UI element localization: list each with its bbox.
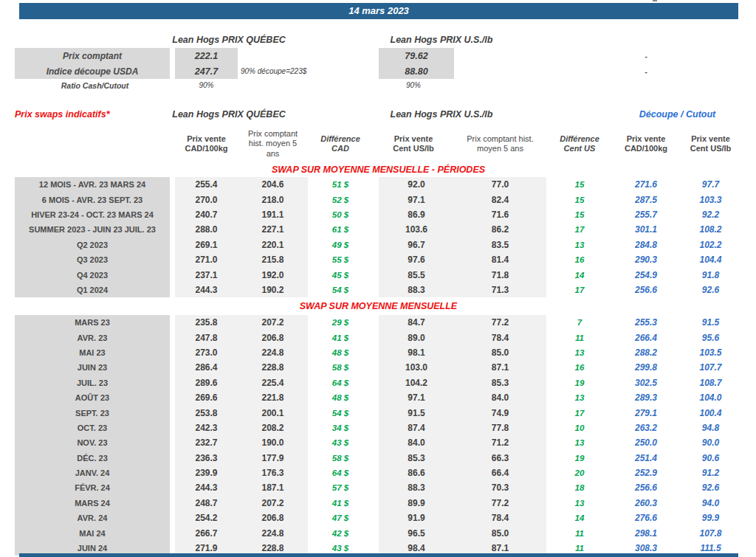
qc-difference: 34 $ — [308, 421, 373, 435]
us-sell-price: 88.3 — [373, 480, 454, 495]
table-row: 6 MOIS - AVR. 23 SEPT. 23 270.0 218.0 52… — [15, 192, 742, 207]
period-label: JUIL. 23 — [15, 376, 175, 390]
spot-quebec-header: Lean Hogs PRIX QUÉBEC — [170, 35, 288, 45]
qc-hist-price: 221.8 — [238, 390, 308, 405]
cutout-sell-price-us: 100.4 — [679, 405, 742, 420]
period-label: SEPT. 23 — [15, 405, 175, 420]
spot-row-ratio: Ratio Cash/Cutout 90% 90% — [15, 79, 742, 91]
us-sell-price: 84.0 — [373, 435, 454, 450]
qc-hist-price: 224.8 — [238, 525, 308, 540]
period-label: AVR. 23 — [15, 330, 175, 345]
spot-row-cash: Prix comptant 222.1 79.62 - — [15, 48, 742, 63]
qc-difference: 64 $ — [308, 376, 373, 390]
cutout-sell-price-us: 107.8 — [679, 525, 742, 540]
cutout-sell-price-cad: 276.6 — [613, 511, 679, 525]
qc-sell-price: 288.0 — [175, 222, 238, 237]
cutout-sell-price-us: 104.0 — [679, 390, 742, 405]
us-hist-price: 66.3 — [454, 451, 546, 466]
us-hist-price: 66.4 — [454, 466, 546, 480]
table-row: AOÛT 23 269.6 221.8 48 $ 97.1 84.0 13 28… — [15, 390, 742, 405]
section1-title: SWAP SUR MOYENNE MENSUELLE - PÉRIODES — [15, 163, 742, 176]
spot-us-ratio: 90% — [373, 79, 454, 91]
qc-hist-price: 191.1 — [238, 207, 308, 222]
us-hist-price: 71.6 — [454, 207, 546, 222]
report-date: 14 mars 2023 — [348, 5, 409, 16]
table-row: AVR. 23 247.8 206.8 41 $ 89.0 78.4 11 26… — [15, 330, 742, 345]
spacer — [613, 79, 679, 91]
period-label: FÉVR. 24 — [15, 480, 175, 495]
us-hist-price: 71.3 — [454, 283, 546, 297]
qc-hist-price: 207.2 — [238, 496, 308, 511]
table-row: JUIN 23 286.4 228.8 58 $ 103.0 87.1 16 2… — [15, 360, 742, 375]
table-row: JANV. 24 239.9 176.3 64 $ 86.6 66.4 20 2… — [15, 466, 742, 480]
table-row: MAI 24 266.7 224.8 42 $ 96.5 85.0 11 298… — [15, 525, 742, 540]
cutout-sell-price-cad: 252.9 — [613, 466, 679, 480]
cutout-sell-price-us: 94.8 — [679, 421, 742, 435]
spot-quebec-ratio: 90% — [175, 79, 238, 91]
qc-sell-price: 286.4 — [175, 360, 238, 375]
period-label: 6 MOIS - AVR. 23 SEPT. 23 — [15, 192, 175, 207]
cutout-sell-price-cad: 256.6 — [613, 480, 679, 495]
cutout-sell-price-us: 92.6 — [679, 283, 742, 297]
qc-hist-price: 204.6 — [238, 177, 308, 192]
us-sell-price: 92.0 — [373, 177, 454, 192]
us-difference: 13 — [546, 390, 613, 405]
qc-hist-price: 192.0 — [238, 267, 308, 282]
qc-sell-price: 242.3 — [175, 421, 238, 435]
title-bar: 14 mars 2023 — [19, 3, 738, 19]
column-header-qc-sell: Prix vente CAD/100kg — [175, 125, 238, 162]
column-header-qc-hist: Prix comptant hist. moyen 5 ans — [238, 125, 308, 162]
us-sell-price: 89.0 — [373, 330, 454, 345]
cutout-sell-price-us: 104.4 — [679, 252, 742, 267]
qc-difference: 64 $ — [308, 466, 373, 480]
qc-difference: 52 $ — [308, 192, 373, 207]
qc-difference: 58 $ — [308, 360, 373, 375]
us-hist-price: 74.9 — [454, 405, 546, 420]
cutout-sell-price-us: 103.3 — [679, 192, 742, 207]
spacer — [238, 79, 308, 91]
column-header-empty — [15, 125, 175, 162]
qc-sell-price: 271.0 — [175, 252, 238, 267]
qc-hist-price: 224.8 — [238, 345, 308, 360]
us-sell-price: 97.1 — [373, 390, 454, 405]
us-hist-price: 82.4 — [454, 192, 546, 207]
qc-hist-price: 190.0 — [238, 435, 308, 450]
qc-sell-price: 266.7 — [175, 525, 238, 540]
spacer — [679, 63, 742, 79]
qc-sell-price: 270.0 — [175, 192, 238, 207]
table-row: SEPT. 23 253.8 200.1 54 $ 91.5 74.9 17 2… — [15, 405, 742, 420]
column-headers: Prix vente CAD/100kg Prix comptant hist.… — [15, 125, 742, 162]
table-row: NOV. 23 232.7 190.0 43 $ 84.0 71.2 13 25… — [15, 435, 742, 450]
column-header-diff-cad: Différence CAD — [308, 125, 373, 162]
spot-quebec-value: 247.7 — [175, 63, 238, 79]
qc-difference: 48 $ — [308, 390, 373, 405]
qc-hist-price: 225.4 — [238, 376, 308, 390]
table-row: MARS 23 235.8 207.2 29 $ 84.7 77.2 7 255… — [15, 315, 742, 330]
qc-hist-price: 220.1 — [238, 238, 308, 252]
qc-sell-price: 237.1 — [175, 267, 238, 282]
qc-hist-price: 218.0 — [238, 192, 308, 207]
us-hist-price: 70.3 — [454, 480, 546, 495]
qc-difference: 51 $ — [308, 177, 373, 192]
spacer — [454, 48, 546, 63]
qc-sell-price: 273.0 — [175, 345, 238, 360]
us-hist-price: 71.8 — [454, 267, 546, 282]
table-row: Q3 2023 271.0 215.8 55 $ 97.6 81.4 16 29… — [15, 252, 742, 267]
qc-difference: 41 $ — [308, 330, 373, 345]
cutout-sell-price-cad: 263.2 — [613, 421, 679, 435]
column-header-cutout-us: Prix vente Cent US/lb — [679, 125, 742, 162]
us-sell-price: 104.2 — [373, 376, 454, 390]
cutout-sell-price-us: 91.5 — [679, 315, 742, 330]
period-label: Q4 2023 — [15, 267, 175, 282]
table-row: HIVER 23-24 - OCT. 23 MARS 24 240.7 191.… — [15, 207, 742, 222]
us-difference: 13 — [546, 496, 613, 511]
qc-difference: 50 $ — [308, 207, 373, 222]
qc-sell-price: 247.8 — [175, 330, 238, 345]
cutout-header: Découpe / Cutout — [613, 109, 742, 120]
us-difference: 19 — [546, 376, 613, 390]
us-hist-price: 83.5 — [454, 238, 546, 252]
cutout-sell-price-cad: 279.1 — [613, 405, 679, 420]
table-row: OCT. 23 242.3 208.2 34 $ 87.4 77.8 10 26… — [15, 421, 742, 435]
swaps-us-header: Lean Hogs PRIX U.S./lb — [379, 109, 504, 120]
cutout-sell-price-cad: 254.9 — [613, 267, 679, 282]
